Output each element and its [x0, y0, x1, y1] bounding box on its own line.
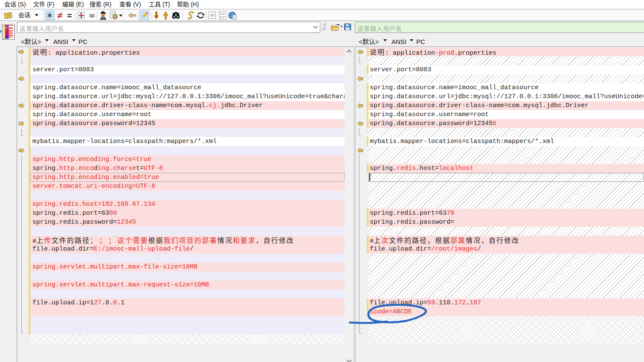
svg-text:2: 2 — [220, 15, 222, 19]
svg-text:1: 1 — [220, 12, 222, 15]
